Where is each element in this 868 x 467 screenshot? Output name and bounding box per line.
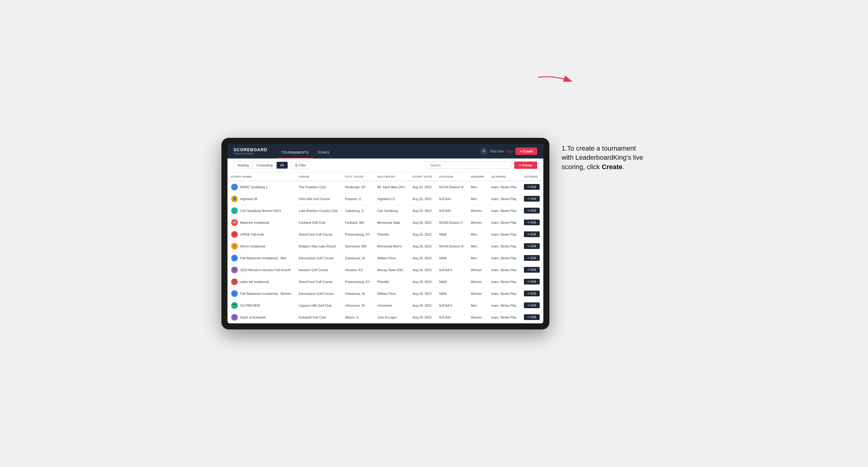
logo-sub: Powered by Clippt — [234, 152, 267, 155]
header-right: ⚙ Test User Sign + Create — [480, 148, 537, 155]
edit-button-7[interactable]: ✏ Edit — [524, 267, 540, 273]
search-input[interactable] — [426, 161, 511, 169]
cell-start-date-6: Aug 28, 2023 — [409, 252, 436, 264]
table-row: 🐾 Fall Statesmen Invitational - Women Ed… — [227, 287, 543, 300]
cell-venue-0: The Powelton Club — [295, 181, 341, 193]
edit-button-9[interactable]: ✏ Edit — [524, 290, 540, 297]
cell-venue-5: Ruttger's Bay Lake Resort — [295, 240, 341, 252]
cell-actions-4: ✏ Edit — [520, 228, 543, 240]
cell-gender-10: Men — [467, 300, 488, 311]
filter-all-button[interactable]: All — [277, 162, 288, 168]
edit-button-4[interactable]: ✏ Edit — [524, 231, 540, 237]
cell-city-state-6: Oskaloosa, IA — [341, 252, 374, 264]
filter-competing-button[interactable]: Competing — [253, 162, 276, 168]
table-header: EVENT NAME VENUE CITY, STATE HOSTED BY S… — [227, 173, 543, 181]
table-row: 🏌️ Carl Sandburg Women FA23 Lake Bracken… — [227, 205, 543, 217]
tablet-screen: SCOREBOARD Powered by Clippt TOURNAMENTS… — [227, 144, 543, 323]
annotation-text: 1.To create a tournament with Leaderboar… — [562, 144, 647, 172]
create-button[interactable]: + Create — [514, 161, 537, 169]
cell-venue-11: Kokopelli Golf Club — [295, 311, 341, 323]
cell-division-8: NAIA — [436, 276, 467, 287]
cell-event-name-3: 🐺 Maverick Invitational — [227, 217, 295, 228]
edit-button-3[interactable]: ✏ Edit — [524, 220, 540, 225]
cell-scoring-3: team, Stroke Play — [488, 217, 520, 228]
cell-venue-1: Park Hills Golf Course — [295, 193, 341, 205]
filter-icon-button[interactable]: ☰ Filter — [291, 161, 310, 169]
cell-start-date-11: Aug 28, 2023 — [409, 311, 436, 323]
cell-division-7: NJCAA II — [436, 264, 467, 276]
cell-event-name-8: 🐻 upike fall invitational — [227, 276, 295, 287]
cell-gender-6: Men — [467, 252, 488, 264]
event-name-text-11: Klash at Kokopelli — [240, 315, 266, 319]
team-icon-4: 🐻 — [231, 231, 238, 238]
edit-button-11[interactable]: ✏ Edit — [524, 314, 540, 320]
cell-city-state-0: Newburgh, NY — [341, 181, 374, 193]
settings-icon[interactable]: ⚙ — [480, 148, 488, 155]
cell-event-name-6: 🐾 Fall Statesmen Invitational - Men — [227, 252, 295, 264]
page-wrapper: SCOREBOARD Powered by Clippt TOURNAMENTS… — [221, 138, 647, 330]
cell-start-date-7: Aug 28, 2023 — [409, 264, 436, 276]
cell-division-5: NCAA Division III — [436, 240, 467, 252]
nav-tab-teams[interactable]: TEAMS — [313, 147, 334, 158]
cell-hosted-by-3: Minnesota State — [374, 217, 409, 228]
cell-gender-8: Women — [467, 276, 488, 287]
event-name-text-8: upike fall invitational — [240, 280, 269, 284]
cell-start-date-3: Aug 28, 2023 — [409, 217, 436, 228]
cell-start-date-2: Aug 26, 2023 — [409, 205, 436, 217]
table-row: 🐺 Maverick Invitational Faribault Golf C… — [227, 217, 543, 228]
edit-button-6[interactable]: ✏ Edit — [524, 255, 540, 261]
cell-venue-2: Lake Bracken Country Club — [295, 205, 341, 217]
team-icon-7: 🐻 — [231, 267, 238, 273]
col-scoring: SCORING — [488, 173, 520, 181]
cell-gender-9: Women — [467, 287, 488, 300]
cell-hosted-by-5: Minnesota-Morris — [374, 240, 409, 252]
cell-gender-7: Women — [467, 264, 488, 276]
search-box — [426, 161, 511, 169]
team-icon-6: 🐾 — [231, 255, 238, 261]
team-icon-0: 🏌️ — [231, 184, 238, 190]
edit-button-5[interactable]: ✏ Edit — [524, 243, 540, 249]
cell-scoring-11: team, Stroke Play — [488, 311, 520, 323]
cell-division-0: NCAA Division III — [436, 181, 467, 193]
cell-scoring-8: team, Stroke Play — [488, 276, 520, 287]
col-actions: ACTIONS — [520, 173, 543, 181]
cell-actions-11: ✏ Edit — [520, 311, 543, 323]
event-name-text-5: Morris Invitational — [240, 244, 265, 248]
team-icon-10: 🦅 — [231, 302, 238, 309]
edit-button-2[interactable]: ✏ Edit — [524, 208, 540, 214]
header-create-button[interactable]: + Create — [516, 148, 537, 155]
cell-venue-3: Faribault Golf Club — [295, 217, 341, 228]
tournaments-table: EVENT NAME VENUE CITY, STATE HOSTED BY S… — [227, 173, 543, 323]
header-sign[interactable]: Sign — [506, 149, 513, 153]
cell-event-name-9: 🐾 Fall Statesmen Invitational - Women — [227, 287, 295, 300]
cell-start-date-0: Aug 24, 2023 — [409, 181, 436, 193]
cell-actions-0: ✏ Edit — [520, 181, 543, 193]
filter-hosting-button[interactable]: Hosting — [234, 162, 253, 168]
cell-scoring-4: team, Stroke Play — [488, 228, 520, 240]
cell-actions-6: ✏ Edit — [520, 252, 543, 264]
col-division: DIVISION — [436, 173, 467, 181]
cell-start-date-9: Aug 28, 2023 — [409, 287, 436, 300]
cell-division-10: NJCAA II — [436, 300, 467, 311]
annotation-arrow — [534, 63, 577, 98]
edit-button-0[interactable]: ✏ Edit — [524, 184, 540, 190]
cell-actions-9: ✏ Edit — [520, 287, 543, 300]
cell-venue-7: Hesston Golf Course — [295, 264, 341, 276]
cell-venue-9: Edmundson Golf Course — [295, 287, 341, 300]
edit-button-10[interactable]: ✏ Edit — [524, 303, 540, 308]
edit-button-1[interactable]: ✏ Edit — [524, 196, 540, 201]
cell-scoring-5: team, Stroke Play — [488, 240, 520, 252]
event-name-text-3: Maverick Invitational — [240, 221, 269, 224]
team-icon-11: 🐻 — [231, 314, 238, 321]
cell-scoring-6: team, Stroke Play — [488, 252, 520, 264]
cell-venue-4: StoneCrest Golf Course — [295, 228, 341, 240]
cell-hosted-by-0: Mt. Saint Mary (NY) — [374, 181, 409, 193]
nav-tab-tournaments[interactable]: TOURNAMENTS — [277, 147, 313, 158]
cell-actions-2: ✏ Edit — [520, 205, 543, 217]
edit-button-8[interactable]: ✏ Edit — [524, 279, 540, 284]
table-row: 🐻 UPIKE Fall Invite StoneCrest Golf Cour… — [227, 228, 543, 240]
event-name-text-9: Fall Statesmen Invitational - Women — [240, 292, 291, 295]
cell-gender-3: Women — [467, 217, 488, 228]
cell-event-name-2: 🏌️ Carl Sandburg Women FA23 — [227, 205, 295, 217]
cell-hosted-by-9: William Penn — [374, 287, 409, 300]
